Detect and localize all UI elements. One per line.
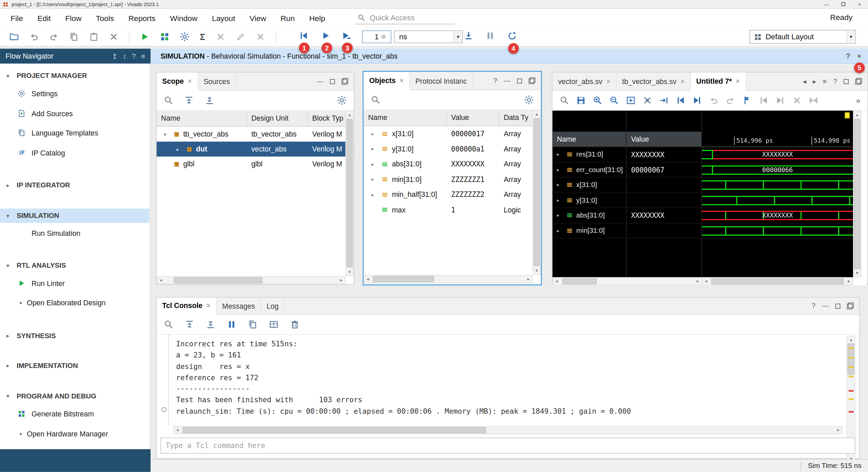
chevron-down-icon[interactable]: ▾ (164, 131, 170, 137)
go-to-cursor-icon[interactable] (659, 96, 669, 105)
scope-horizontal-scrollbar[interactable]: ◂ ▸ (157, 276, 346, 284)
search-icon[interactable] (371, 95, 380, 105)
delete-marker-icon[interactable] (792, 96, 802, 105)
scope-vertical-scrollbar[interactable]: ▴ ▾ (346, 111, 354, 276)
scroll-down-icon[interactable]: ▾ (346, 268, 353, 275)
pause-output-icon[interactable] (227, 320, 236, 329)
sidebar-section-project-manager[interactable]: ▾ PROJECT MANAGER (0, 69, 150, 82)
sidebar-item-language-templates[interactable]: Language Templates (0, 126, 150, 139)
sim-run-for-icon[interactable] (341, 31, 351, 40)
scope-row-glbl[interactable]: glbl glbl Verilog M (157, 157, 354, 171)
close-icon[interactable]: × (857, 52, 861, 60)
scrollbar-thumb[interactable] (373, 276, 434, 282)
close-icon[interactable]: × (399, 76, 403, 84)
scroll-up-icon[interactable]: ▴ (533, 111, 540, 118)
scroll-left-icon[interactable]: ◂ (364, 275, 371, 283)
menu-view[interactable]: View (242, 14, 274, 23)
maximize-icon[interactable] (330, 79, 335, 84)
float-icon[interactable] (855, 78, 862, 85)
maximize-icon[interactable] (835, 304, 841, 309)
wave-plot-horizontal-scrollbar[interactable]: ◂ ▸ (702, 277, 853, 285)
object-row-min[interactable]: ▸ min[31:0] ZZZZZZZ1 Array (364, 172, 541, 187)
expand-all-icon[interactable] (205, 96, 214, 105)
scroll-up-icon[interactable]: ▴ (848, 336, 855, 344)
sim-restart-icon[interactable] (299, 31, 309, 40)
column-header-name[interactable]: Name (364, 110, 447, 126)
more-icon[interactable]: » (856, 97, 860, 104)
gear-icon[interactable] (337, 96, 347, 105)
close-icon[interactable]: × (680, 77, 685, 85)
tab-untitled-7[interactable]: Untitled 7* × (691, 73, 746, 91)
minimize-icon[interactable]: — (317, 78, 323, 85)
next-marker-icon[interactable] (775, 96, 785, 105)
column-header-value[interactable]: Value (447, 110, 499, 126)
sidebar-section-simulation[interactable]: ▾ SIMULATION (0, 209, 150, 223)
sidebar-item-settings[interactable]: Settings (0, 87, 150, 100)
quick-access-input[interactable] (369, 13, 446, 22)
chevron-down-icon[interactable]: ▾ (846, 30, 855, 43)
object-row-y[interactable]: ▸ y[31:0] 000000a1 Array (364, 141, 541, 157)
word-wrap-icon[interactable] (269, 320, 278, 329)
scroll-up-icon[interactable]: ▴ (854, 111, 861, 118)
objects-horizontal-scrollbar[interactable]: ◂ ▸ (364, 275, 533, 283)
search-icon[interactable] (164, 96, 173, 105)
sim-relaunch-icon[interactable] (508, 31, 517, 40)
close-icon[interactable]: × (606, 77, 610, 85)
scroll-down-icon[interactable]: ▾ (533, 267, 540, 274)
report-sigma-icon[interactable]: Σ (200, 32, 205, 42)
close-icon[interactable]: × (736, 77, 740, 85)
paste-icon[interactable] (89, 32, 99, 42)
wave-signal-min[interactable]: ▸ min[31:0] (552, 223, 626, 239)
collapse-all-icon[interactable] (185, 320, 194, 329)
cancel-icon[interactable] (216, 32, 225, 42)
abort-icon[interactable] (256, 32, 265, 42)
tab-menu-icon[interactable]: ≡ (823, 78, 827, 85)
open-project-icon[interactable] (9, 32, 19, 42)
expand-all-icon[interactable] (206, 320, 215, 329)
menu-file[interactable]: File (3, 14, 30, 23)
save-wave-config-icon[interactable] (576, 96, 586, 105)
scrollbar-thumb[interactable] (711, 278, 844, 284)
float-icon[interactable] (341, 78, 348, 85)
object-row-min-half[interactable]: ▸ min_half[31:0] ZZZZZZZ2 Array (364, 187, 541, 202)
tab-messages[interactable]: Messages (217, 297, 261, 314)
layout-selector[interactable]: Default Layout ▾ (750, 30, 856, 44)
help-icon[interactable]: ? (833, 78, 837, 85)
chevron-right-icon[interactable]: ▸ (372, 161, 378, 167)
tab-tcl-console[interactable]: Tcl Console × (157, 297, 217, 315)
sim-step-icon[interactable] (464, 31, 473, 40)
wave-signal-abs[interactable]: ▸ abs[31:0] (552, 208, 626, 223)
wave-trace-res[interactable]: XXXXXXXX (702, 147, 853, 162)
chevron-right-icon[interactable]: ▸ (372, 177, 378, 182)
minimize-icon[interactable]: — (504, 77, 511, 85)
sim-run-all-icon[interactable] (321, 31, 331, 40)
column-header-data-type[interactable]: Data Ty (499, 110, 533, 126)
maximize-icon[interactable] (844, 79, 849, 84)
undo-zoom-icon[interactable] (709, 96, 718, 105)
search-icon[interactable] (560, 96, 569, 105)
help-icon[interactable]: ? (812, 302, 815, 310)
scope-row-dut[interactable]: ▸ dut vector_abs Verilog M (157, 142, 354, 157)
scrollbar-thumb[interactable] (183, 427, 486, 433)
window-maximize-icon[interactable] (835, 0, 851, 8)
redo-zoom-icon[interactable] (726, 96, 735, 105)
sidebar-item-run-linter[interactable]: Run Linter (0, 276, 150, 290)
chevron-right-icon[interactable]: ▸ (557, 152, 563, 157)
scroll-right-icon[interactable]: ▸ (835, 427, 842, 434)
help-icon[interactable]: ? (846, 52, 850, 60)
sidebar-item-open-hardware-manager[interactable]: ▸ Open Hardware Manager (0, 427, 150, 440)
tab-objects[interactable]: Objects × (364, 72, 410, 90)
menu-help[interactable]: Help (302, 14, 332, 23)
chevron-right-icon[interactable]: ▸ (372, 192, 378, 197)
wave-signal-err-count[interactable]: ▸ err_count[31:0] (552, 162, 626, 178)
zoom-to-cursor-icon[interactable] (643, 96, 652, 105)
menu-run[interactable]: Run (273, 14, 302, 23)
sim-time-field[interactable]: ⊗ (362, 30, 392, 43)
previous-transition-icon[interactable] (676, 96, 685, 105)
delete-icon[interactable] (109, 32, 119, 42)
chevron-down-icon[interactable]: ▾ (453, 31, 462, 42)
scroll-right-icon[interactable]: ▸ (525, 275, 532, 283)
zoom-fit-icon[interactable] (626, 96, 636, 105)
column-header-block-type[interactable]: Block Typ (308, 111, 346, 126)
close-icon[interactable]: × (188, 77, 192, 85)
